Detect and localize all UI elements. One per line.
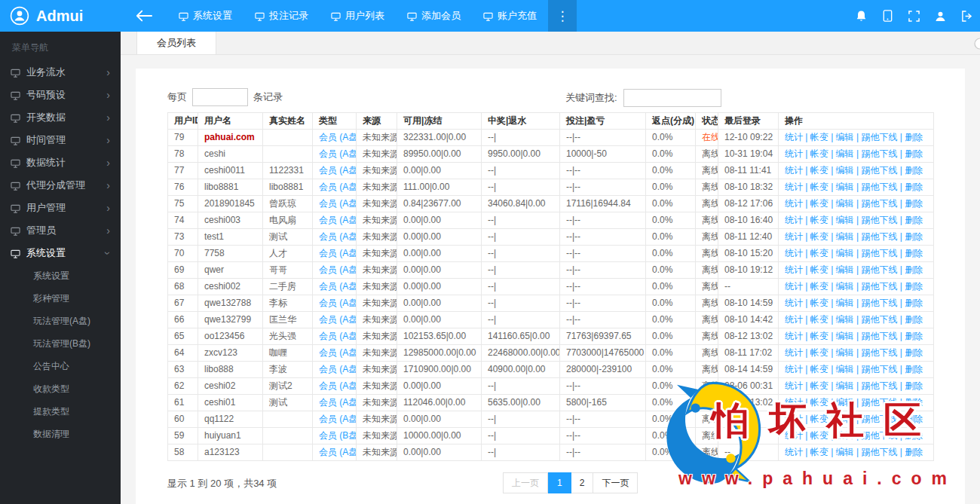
action-edit[interactable]: 编辑 <box>836 248 854 258</box>
action-stats[interactable]: 统计 <box>785 331 803 341</box>
action-kick-offline[interactable]: 踢他下线 <box>861 314 897 325</box>
action-edit[interactable]: 编辑 <box>836 198 854 209</box>
member-type-link[interactable]: 会员 (A盘) <box>319 215 357 225</box>
action-stats[interactable]: 统计 <box>785 298 803 308</box>
member-type-link[interactable]: 会员 (A盘) <box>319 380 357 391</box>
action-stats[interactable]: 统计 <box>785 198 803 209</box>
action-kick-offline[interactable]: 踢他下线 <box>861 430 897 441</box>
action-delete[interactable]: 删除 <box>905 231 923 242</box>
action-edit[interactable]: 编辑 <box>836 331 854 341</box>
member-type-link[interactable]: 会员 (A盘) <box>319 182 357 192</box>
action-edit[interactable]: 编辑 <box>836 447 854 457</box>
action-kick-offline[interactable]: 踢他下线 <box>861 182 897 192</box>
action-stats[interactable]: 统计 <box>785 182 803 192</box>
action-delete[interactable]: 删除 <box>905 215 923 225</box>
more-menu-button[interactable]: ⋮ <box>548 0 577 32</box>
action-stats[interactable]: 统计 <box>785 165 803 176</box>
action-kick-offline[interactable]: 踢他下线 <box>861 331 897 341</box>
action-kick-offline[interactable]: 踢他下线 <box>861 347 897 358</box>
action-delete[interactable]: 删除 <box>905 347 923 358</box>
fullscreen-icon[interactable] <box>901 0 927 32</box>
action-account-change[interactable]: 帐变 <box>810 447 828 457</box>
page-prev[interactable]: 上一页 <box>503 472 548 493</box>
per-page-input[interactable] <box>192 88 248 106</box>
action-kick-offline[interactable]: 踢他下线 <box>861 447 897 457</box>
action-account-change[interactable]: 帐变 <box>810 231 828 242</box>
action-stats[interactable]: 统计 <box>785 231 803 242</box>
tab-member-list[interactable]: 会员列表 <box>136 32 216 54</box>
action-kick-offline[interactable]: 踢他下线 <box>861 397 897 408</box>
action-stats[interactable]: 统计 <box>785 148 803 159</box>
action-stats[interactable]: 统计 <box>785 430 803 441</box>
action-account-change[interactable]: 帐变 <box>810 198 828 209</box>
action-account-change[interactable]: 帐变 <box>810 148 828 159</box>
action-stats[interactable]: 统计 <box>785 380 803 391</box>
sidebar-subitem[interactable]: 提款类型 <box>0 400 121 423</box>
user-icon[interactable] <box>927 0 954 32</box>
action-kick-offline[interactable]: 踢他下线 <box>861 364 897 374</box>
action-account-change[interactable]: 帐变 <box>810 364 828 374</box>
member-type-link[interactable]: 会员 (A盘) <box>319 248 357 258</box>
sidebar-item[interactable]: 代理分成管理› <box>0 174 121 197</box>
member-type-link[interactable]: 会员 (A盘) <box>319 165 357 176</box>
sidebar-item[interactable]: 用户管理› <box>0 197 121 219</box>
action-edit[interactable]: 编辑 <box>836 298 854 308</box>
action-account-change[interactable]: 帐变 <box>810 215 828 225</box>
member-type-link[interactable]: 会员 (A盘) <box>319 231 357 242</box>
action-account-change[interactable]: 帐变 <box>810 298 828 308</box>
action-edit[interactable]: 编辑 <box>836 364 854 374</box>
action-kick-offline[interactable]: 踢他下线 <box>861 281 897 292</box>
sidebar-subitem[interactable]: 数据清理 <box>0 423 121 445</box>
action-edit[interactable]: 编辑 <box>836 414 854 424</box>
member-type-link[interactable]: 会员 (A盘) <box>319 331 357 341</box>
member-type-link[interactable]: 会员 (A盘) <box>319 264 357 275</box>
action-edit[interactable]: 编辑 <box>836 231 854 242</box>
tab-options-icon[interactable] <box>973 37 980 53</box>
action-delete[interactable]: 删除 <box>905 397 923 408</box>
page-next[interactable]: 下一页 <box>593 472 638 493</box>
sidebar-item[interactable]: 业务流水› <box>0 61 121 84</box>
action-kick-offline[interactable]: 踢他下线 <box>861 414 897 424</box>
action-edit[interactable]: 编辑 <box>836 182 854 192</box>
action-delete[interactable]: 删除 <box>905 331 923 341</box>
member-type-link[interactable]: 会员 (A盘) <box>319 314 357 325</box>
action-kick-offline[interactable]: 踢他下线 <box>861 248 897 258</box>
sidebar-subitem[interactable]: 玩法管理(A盘) <box>0 310 121 332</box>
action-edit[interactable]: 编辑 <box>836 430 854 441</box>
action-stats[interactable]: 统计 <box>785 364 803 374</box>
action-edit[interactable]: 编辑 <box>836 132 854 142</box>
topnav-item[interactable]: 账户充值 <box>472 0 548 32</box>
sidebar-item[interactable]: 时间管理› <box>0 129 121 151</box>
page-2[interactable]: 2 <box>571 472 594 493</box>
app-logo[interactable]: Admui <box>0 0 121 32</box>
member-type-link[interactable]: 会员 (A盘) <box>319 132 357 142</box>
bell-icon[interactable] <box>848 0 874 32</box>
sidebar-subitem[interactable]: 收款类型 <box>0 377 121 400</box>
action-stats[interactable]: 统计 <box>785 281 803 292</box>
action-edit[interactable]: 编辑 <box>836 347 854 358</box>
action-delete[interactable]: 删除 <box>905 447 923 457</box>
action-delete[interactable]: 删除 <box>905 148 923 159</box>
action-stats[interactable]: 统计 <box>785 397 803 408</box>
action-account-change[interactable]: 帐变 <box>810 248 828 258</box>
action-account-change[interactable]: 帐变 <box>810 165 828 176</box>
action-account-change[interactable]: 帐变 <box>810 132 828 142</box>
sidebar-subitem[interactable]: 公告中心 <box>0 355 121 377</box>
action-kick-offline[interactable]: 踢他下线 <box>861 132 897 142</box>
action-delete[interactable]: 删除 <box>905 430 923 441</box>
device-icon[interactable] <box>874 0 901 32</box>
keyword-input[interactable] <box>623 89 721 107</box>
member-type-link[interactable]: 会员 (A盘) <box>319 447 357 457</box>
action-account-change[interactable]: 帐变 <box>810 347 828 358</box>
action-edit[interactable]: 编辑 <box>836 264 854 275</box>
action-stats[interactable]: 统计 <box>785 132 803 142</box>
action-delete[interactable]: 删除 <box>905 165 923 176</box>
member-type-link[interactable]: 会员 (A盘) <box>319 148 357 159</box>
sidebar-subitem[interactable]: 玩法管理(B盘) <box>0 332 121 355</box>
topnav-item[interactable]: 投注记录 <box>243 0 320 32</box>
sidebar-subitem[interactable]: 彩种管理 <box>0 287 121 310</box>
action-delete[interactable]: 删除 <box>905 182 923 192</box>
action-kick-offline[interactable]: 踢他下线 <box>861 264 897 275</box>
topnav-item[interactable]: 添加会员 <box>396 0 472 32</box>
member-type-link[interactable]: 会员 (A盘) <box>319 414 357 424</box>
